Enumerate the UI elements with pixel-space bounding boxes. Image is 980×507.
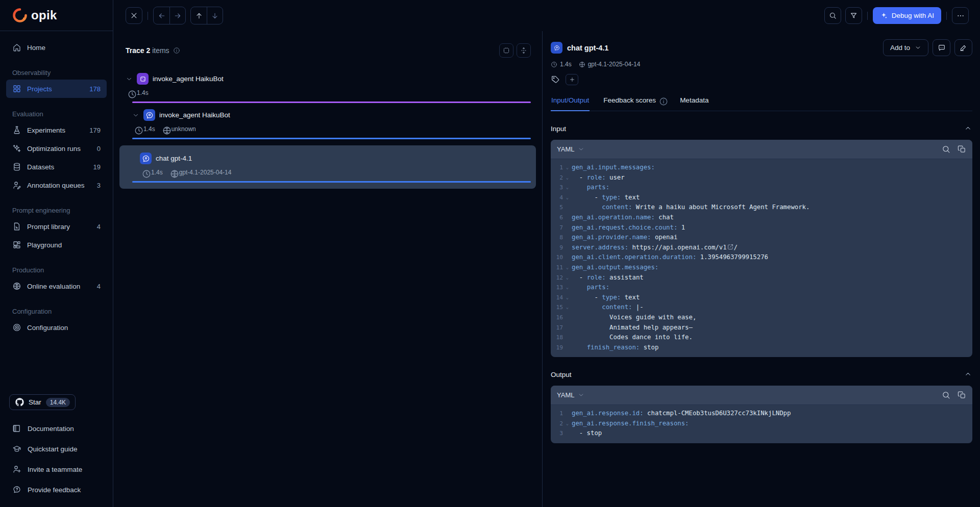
filter-button[interactable] (845, 7, 862, 24)
code-search-icon[interactable] (942, 145, 950, 154)
code-line: 2⌄gen_ai.response.finish_reasons: (551, 419, 972, 429)
sidebar-item-prompt-library[interactable]: Prompt library4 (6, 217, 107, 236)
input-format-select[interactable]: YAML (557, 145, 584, 153)
span-title: chat gpt-4.1 (567, 44, 608, 52)
next-trace-button[interactable] (169, 7, 185, 24)
arrow-up-icon (195, 12, 203, 20)
sidebar-item-datasets[interactable]: Datasets19 (6, 158, 107, 176)
tab-metadata[interactable]: Metadata (679, 96, 709, 111)
trace-tree-item[interactable]: chat gpt-4.11.4sgpt-4.1-2025-04-14 (126, 146, 531, 183)
chevron-down-icon (915, 44, 921, 51)
tab-feedback-scores[interactable]: Feedback scores (603, 96, 666, 111)
trace-panel-title: Trace 2 items (126, 46, 169, 55)
code-text: gen_ai.output.messages: (572, 263, 658, 273)
focus-selected-icon[interactable] (499, 43, 513, 58)
sidebar-item-configuration[interactable]: Configuration (6, 318, 107, 337)
code-line: 13⌄ parts: (551, 283, 972, 293)
edit-button[interactable] (954, 39, 972, 56)
span-duration-bar (132, 138, 531, 139)
tree-collapse-icon[interactable] (132, 112, 139, 119)
fold-toggle-icon[interactable]: ⌄ (563, 183, 572, 193)
close-trace-button[interactable] (126, 7, 142, 24)
fold-toggle-icon[interactable]: ⌄ (563, 173, 572, 183)
code-line: 8gen_ai.provider.name: openai (551, 233, 972, 243)
sidebar-item-home[interactable]: Home (6, 38, 107, 57)
chat-span-icon (140, 153, 152, 164)
comments-button[interactable] (933, 39, 950, 56)
tab-label: Input/Output (551, 96, 589, 104)
fold-toggle-icon[interactable]: ⌄ (563, 419, 572, 429)
collapse-input-icon[interactable] (964, 124, 972, 133)
footer-link-invite-a-teammate[interactable]: Invite a teammate (8, 459, 105, 479)
sidebar-item-label: Playground (27, 241, 101, 249)
footer-link-label: Provide feedback (28, 486, 81, 494)
expand-rows-icon[interactable] (517, 43, 531, 58)
sidebar-nav: HomeObservabilityProjects178EvaluationEx… (0, 31, 113, 394)
sidebar-item-label: Prompt library (27, 223, 91, 231)
sidebar-section-label: Configuration (12, 308, 101, 315)
sidebar-item-label: Home (27, 44, 101, 52)
input-section-header: Input (551, 124, 972, 133)
sidebar-item-projects[interactable]: Projects178 (6, 80, 107, 98)
sidebar-item-experiments[interactable]: Experiments179 (6, 121, 107, 139)
code-text: Animated help appears— (572, 323, 693, 333)
more-actions-button[interactable] (952, 7, 969, 24)
sidebar-item-count: 3 (97, 182, 101, 189)
opik-logo[interactable]: opik (12, 8, 57, 23)
footer-link-documentation[interactable]: Documentation (8, 418, 105, 439)
debug-with-ai-button[interactable]: Debug with AI (873, 7, 941, 24)
trace-tree-item[interactable]: invoke_agent HaikuBot1.4s (126, 67, 531, 103)
collapse-output-icon[interactable] (964, 370, 972, 378)
add-to-button[interactable]: Add to (883, 39, 928, 56)
search-button[interactable] (824, 7, 841, 24)
fold-toggle-icon[interactable]: ⌄ (563, 193, 572, 203)
tree-collapse-icon[interactable] (126, 75, 133, 83)
output-format-select[interactable]: YAML (557, 391, 584, 399)
fold-toggle-icon[interactable]: ⌄ (563, 302, 572, 313)
code-text: parts: (572, 183, 609, 193)
code-line: 7gen_ai.request.choice.count: 1 (551, 223, 972, 233)
detail-tabs: Input/OutputFeedback scoresMetadata (551, 96, 972, 111)
up-down-group (190, 7, 223, 24)
trace-tree-item[interactable]: invoke_agent HaikuBot1.4sunknown (126, 103, 531, 139)
code-search-icon[interactable] (942, 391, 950, 399)
github-star-button[interactable]: Star 14.4K (9, 394, 76, 410)
line-number: 19 (551, 343, 563, 353)
fold-toggle-icon[interactable]: ⌄ (563, 263, 572, 273)
footer-link-label: Documentation (28, 425, 74, 433)
sidebar-item-optimization-runs[interactable]: Optimization runs0 (6, 139, 107, 158)
tab-input-output[interactable]: Input/Output (551, 96, 590, 111)
plus-icon (569, 77, 575, 83)
sidebar-item-annotation-queues[interactable]: Annotation queues3 (6, 176, 107, 194)
code-text: - type: text (572, 193, 640, 203)
code-copy-icon[interactable] (958, 391, 966, 399)
arrow-right-icon (174, 12, 182, 20)
file-icon (12, 222, 21, 231)
sidebar-item-online-evaluation[interactable]: Online evaluation4 (6, 277, 107, 295)
footer-link-provide-feedback[interactable]: Provide feedback (8, 479, 105, 500)
code-text: gen_ai.response.id: chatcmpl-CMEob3tusD6… (572, 409, 791, 419)
selected-trace-row[interactable]: chat gpt-4.11.4sgpt-4.1-2025-04-14 (119, 145, 536, 189)
up-span-button[interactable] (191, 7, 207, 24)
tag-icon[interactable] (551, 74, 561, 85)
code-text: gen_ai.client.operation.duration: 1.3954… (572, 252, 768, 263)
tree-item-duration: 1.4s (142, 169, 163, 176)
fold-toggle-icon[interactable]: ⌄ (563, 163, 572, 173)
github-icon (15, 398, 24, 407)
down-span-button[interactable] (207, 7, 223, 24)
fold-toggle-icon[interactable]: ⌄ (563, 283, 572, 293)
code-copy-icon[interactable] (958, 145, 966, 154)
arrow-down-icon (211, 12, 219, 20)
code-text: Voices guide with ease, (572, 313, 696, 323)
code-text: - role: user (572, 173, 625, 183)
fold-toggle-icon[interactable]: ⌄ (563, 293, 572, 303)
sidebar-item-playground[interactable]: Playground (6, 236, 107, 254)
tab-label: Feedback scores (603, 96, 656, 104)
fold-toggle-icon[interactable]: ⌄ (563, 273, 572, 283)
sidebar-section-label: Observability (12, 69, 101, 77)
output-section-title: Output (551, 371, 572, 378)
code-line: 1⌄gen_ai.input.messages: (551, 163, 972, 173)
add-tag-button[interactable] (566, 74, 578, 85)
prev-trace-button[interactable] (154, 7, 169, 24)
footer-link-quickstart-guide[interactable]: Quickstart guide (8, 439, 105, 459)
